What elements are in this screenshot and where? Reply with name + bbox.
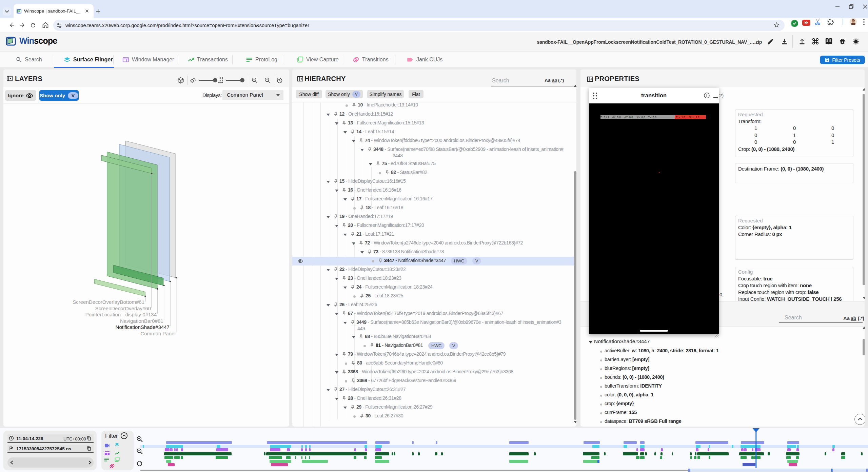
svg-text:NavigationBar0#81: NavigationBar0#81 [120, 318, 163, 324]
svg-text:Common Panel: Common Panel [140, 331, 175, 336]
svg-text:ScreenDecorOverlayBottom#61: ScreenDecorOverlayBottom#61 [73, 299, 144, 305]
svg-text:ScreenDecorOverlay#60: ScreenDecorOverlay#60 [95, 306, 151, 311]
svg-text:NotificationShade#3447: NotificationShade#3447 [116, 324, 170, 330]
svg-text:PointerLocation - display 0#13: PointerLocation - display 0#134 [85, 312, 157, 317]
